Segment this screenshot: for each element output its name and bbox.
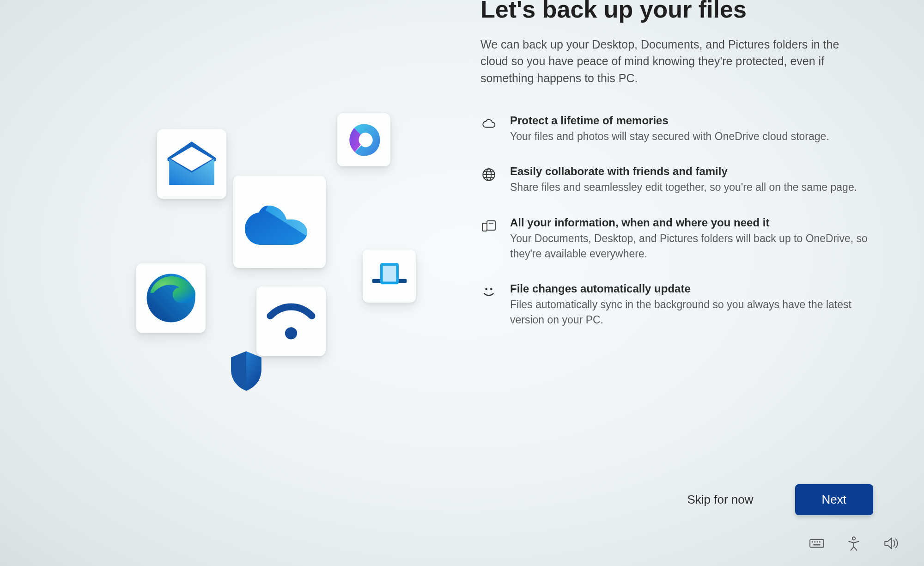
cloud-icon (480, 116, 497, 132)
edge-app-icon (136, 263, 206, 333)
smile-icon (480, 284, 497, 300)
your-phone-app-icon (363, 250, 416, 303)
feature-list: Protect a lifetime of memories Your file… (480, 114, 869, 328)
svg-point-14 (485, 288, 487, 291)
onedrive-app-icon (233, 176, 326, 268)
devices-icon (480, 218, 497, 234)
feature-desc: Your files and photos will stay secured … (510, 129, 829, 144)
page-title: Let's back up your files (480, 0, 878, 23)
oobe-illustration (0, 0, 462, 566)
next-button[interactable]: Next (795, 484, 873, 515)
svg-rect-12 (482, 223, 487, 231)
feature-item: File changes automatically update Files … (480, 282, 869, 327)
page-subtitle: We can back up your Desktop, Documents, … (480, 36, 864, 86)
globe-icon (480, 167, 497, 183)
office-app-icon (337, 113, 390, 166)
svg-rect-11 (487, 221, 495, 230)
feature-heading: File changes automatically update (510, 282, 869, 295)
svg-point-4 (285, 327, 297, 339)
mail-app-icon (157, 129, 226, 199)
volume-icon[interactable] (883, 536, 899, 551)
feature-heading: Protect a lifetime of memories (510, 114, 829, 127)
action-bar: Skip for now Next (480, 484, 878, 566)
feature-desc: Files automatically sync in the backgrou… (510, 297, 869, 327)
svg-rect-7 (383, 266, 396, 282)
svg-point-22 (852, 537, 855, 540)
feature-item: Protect a lifetime of memories Your file… (480, 114, 869, 144)
feature-heading: Easily collaborate with friends and fami… (510, 165, 857, 178)
feature-desc: Your Documents, Desktop, and Pictures fo… (510, 231, 869, 261)
feature-item: Easily collaborate with friends and fami… (480, 165, 869, 195)
system-tray (809, 536, 899, 551)
svg-rect-16 (810, 540, 824, 548)
svg-point-15 (490, 288, 492, 291)
feature-desc: Share files and seamlessley edit togethe… (510, 180, 857, 195)
wifi-icon (256, 286, 326, 356)
skip-button[interactable]: Skip for now (687, 493, 753, 507)
feature-heading: All your information, when and where you… (510, 216, 869, 229)
feature-item: All your information, when and where you… (480, 216, 869, 261)
input-keyboard-icon[interactable] (809, 536, 825, 551)
accessibility-icon[interactable] (846, 536, 862, 551)
